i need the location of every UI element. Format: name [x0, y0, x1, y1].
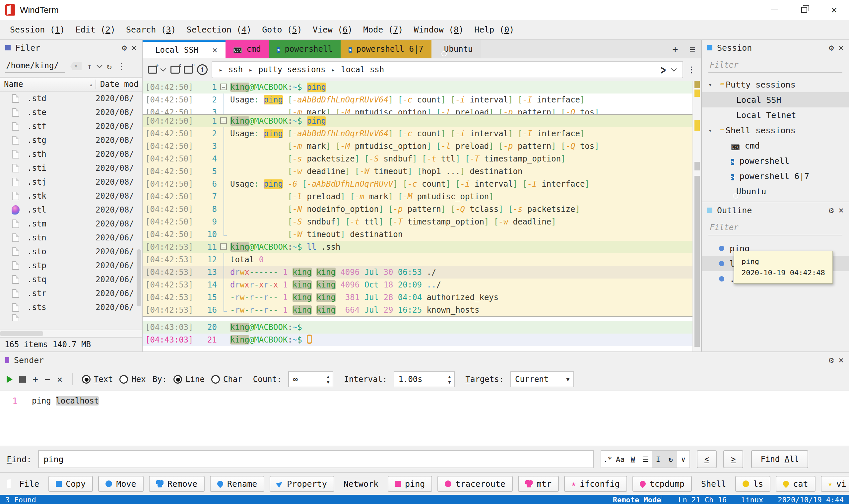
find-input[interactable]: ping — [38, 450, 594, 468]
tab-powershell-6-7[interactable]: >powershell 6|7 — [341, 40, 432, 58]
file-row[interactable] — [0, 314, 142, 321]
ifconfig-button[interactable]: ★ifconfig — [564, 476, 627, 492]
menu-item-goto[interactable]: Goto (5) — [257, 22, 306, 37]
radio-text[interactable]: Text — [82, 375, 113, 384]
close-icon[interactable]: × — [838, 206, 844, 215]
send-stop-button[interactable] — [19, 376, 26, 383]
breadcrumb-item[interactable]: ssh — [229, 65, 243, 74]
wrap-around-icon[interactable]: ↻ — [664, 451, 677, 468]
filer-vertical-scrollbar[interactable] — [137, 249, 141, 306]
file-row[interactable]: .stg2020/08/ — [0, 133, 142, 147]
find-all-button[interactable]: Find All — [751, 450, 808, 468]
up-directory-icon[interactable]: ↑ — [87, 61, 92, 71]
refresh-icon[interactable]: ↻ — [107, 61, 112, 71]
file-row[interactable]: .std2020/08/ — [0, 91, 142, 105]
file-row[interactable]: .sth2020/08/ — [0, 147, 142, 161]
os-indicator[interactable]: linux — [741, 496, 763, 504]
sidebar-item-ubuntu[interactable]: Ubuntu — [702, 184, 849, 199]
menu-item-search[interactable]: Search (3) — [121, 22, 181, 37]
mode-indicator[interactable]: Remote Mode — [613, 496, 661, 504]
sidebar-item-local-ssh[interactable]: Local SSH — [702, 92, 849, 107]
terminal-view[interactable]: [04:42:50]1king@MACBOOK:~$ ping[04:42:50… — [143, 81, 701, 352]
close-icon[interactable]: × — [838, 356, 844, 364]
info-icon[interactable]: i — [197, 64, 207, 75]
add-tab-button[interactable]: + — [667, 40, 684, 58]
tab-powershell[interactable]: >powershell — [269, 40, 341, 58]
tab-local-ssh[interactable]: Local SSH× — [143, 40, 225, 58]
menu-item-view[interactable]: View (6) — [308, 22, 357, 37]
session-filter-input[interactable]: Filter — [708, 58, 842, 73]
match-case-icon[interactable]: Aa — [614, 451, 627, 468]
remove-line-button[interactable]: − — [45, 374, 50, 385]
sidebar-item-cmd[interactable]: C:\cmd — [702, 138, 849, 153]
menu-item-session[interactable]: Session (1) — [5, 22, 70, 37]
expander-icon[interactable]: ▾ — [708, 81, 715, 88]
breadcrumb-item[interactable]: putty sessions — [258, 65, 325, 74]
more-options-icon[interactable]: ∨ — [677, 451, 689, 468]
more-menu-icon[interactable]: ⋮ — [687, 65, 696, 74]
file-row[interactable]: .stf2020/08/ — [0, 119, 142, 133]
targets-select[interactable]: Current▼ — [510, 371, 574, 387]
clear-button[interactable]: × — [57, 374, 63, 385]
close-tab-icon[interactable] — [170, 66, 180, 74]
close-icon[interactable]: × — [131, 43, 137, 52]
regex-icon[interactable]: .* — [601, 451, 614, 468]
tcpdump-button[interactable]: tcpdump — [632, 476, 692, 492]
file-row[interactable]: .sts2020/06/ — [0, 301, 142, 314]
fold-collapse-icon[interactable] — [220, 84, 227, 90]
menu-item-window[interactable]: Window (8) — [409, 22, 469, 37]
duplicate-tab-icon[interactable] — [184, 66, 193, 74]
radio-hex[interactable]: Hex — [120, 375, 146, 384]
column-date[interactable]: Date mod — [95, 79, 142, 89]
whole-word-icon[interactable]: W — [627, 451, 639, 468]
minimize-button[interactable] — [759, 0, 789, 20]
chevron-down-icon[interactable] — [96, 63, 102, 68]
copy-button[interactable]: Copy — [49, 476, 93, 492]
sidebar-item-powershell[interactable]: >powershell — [702, 153, 849, 168]
outline-filter-input[interactable]: Filter — [708, 221, 842, 235]
vi-button[interactable]: ★vi — [821, 476, 849, 492]
multiline-icon[interactable]: ☰ — [639, 451, 652, 468]
fold-marker[interactable] — [217, 81, 230, 93]
new-tab-icon[interactable] — [148, 66, 157, 74]
tab-list-icon[interactable]: ≡ — [684, 40, 701, 58]
more-menu-icon[interactable]: ⋮ — [117, 61, 126, 71]
radio-line[interactable]: Line — [174, 375, 205, 384]
fold-collapse-icon[interactable] — [220, 244, 227, 250]
fold-marker[interactable] — [217, 115, 230, 127]
menu-item-help[interactable]: Help (0) — [470, 22, 519, 37]
sidebar-item-local-telnet[interactable]: Local Telnet — [702, 107, 849, 123]
breadcrumb-item[interactable]: local ssh — [341, 65, 384, 74]
tab-close-icon[interactable]: × — [212, 45, 218, 55]
breadcrumb[interactable]: ▸ssh▸putty sessions▸local ssh> — [212, 61, 683, 78]
caret-icon[interactable]: I — [652, 451, 664, 468]
gear-icon[interactable]: ⚙ — [829, 43, 834, 52]
file-row[interactable]: .sti2020/08/ — [0, 161, 142, 175]
property-button[interactable]: Property — [270, 476, 334, 492]
close-icon[interactable]: × — [838, 43, 844, 52]
terminal-scrollbar[interactable] — [692, 81, 701, 352]
fold-marker[interactable] — [217, 241, 230, 253]
file-row[interactable]: .stk2020/08/ — [0, 189, 142, 203]
sidebar-item-shell-sessions[interactable]: ▾Shell sessions — [702, 123, 849, 138]
find-next-button[interactable]: > — [723, 450, 743, 468]
maximize-button[interactable] — [789, 0, 819, 20]
filer-horizontal-scrollbar[interactable] — [0, 329, 142, 337]
mtr-button[interactable]: mtr — [518, 476, 559, 492]
fold-collapse-icon[interactable] — [220, 118, 227, 124]
gear-icon[interactable]: ⚙ — [122, 43, 127, 52]
move-button[interactable]: Move — [98, 476, 143, 492]
cat-button[interactable]: cat — [776, 476, 815, 492]
run-chevron-icon[interactable]: > — [661, 62, 666, 77]
file-row[interactable]: .stn2020/06/ — [0, 231, 142, 245]
remove-button[interactable]: Remove — [149, 476, 205, 492]
interval-stepper[interactable]: 1.00s▲▼ — [394, 371, 455, 387]
close-button[interactable]: × — [819, 0, 849, 20]
find-previous-button[interactable]: < — [697, 450, 717, 468]
clear-path-icon[interactable]: × — [70, 62, 82, 70]
sender-content[interactable]: 1 ping localhost — [0, 391, 849, 446]
menu-item-mode[interactable]: Mode (7) — [359, 22, 408, 37]
tab-cmd[interactable]: C:\cmd — [225, 40, 269, 58]
ping-button[interactable]: ping — [388, 476, 432, 492]
sidebar-item-powershell-6-7[interactable]: >powershell 6|7 — [702, 168, 849, 184]
